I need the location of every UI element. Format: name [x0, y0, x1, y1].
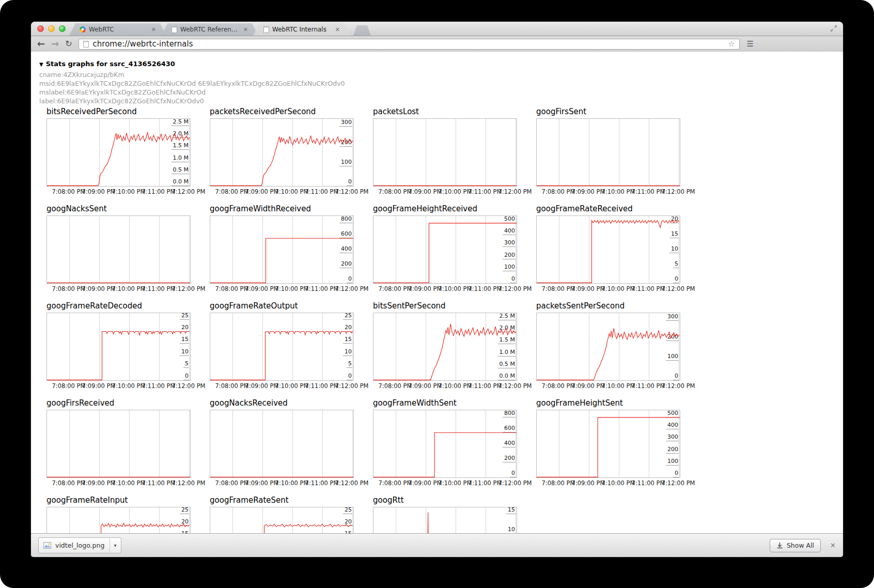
chart-line: [47, 313, 190, 380]
x-axis-tick-label: 7:12:00 PM: [494, 479, 536, 487]
show-all-button[interactable]: Show All: [770, 539, 821, 552]
chart-line: [47, 507, 190, 533]
chart-plot-area: 5004003002001000: [536, 410, 680, 478]
chart-title: packetsSentPerSecond: [536, 301, 679, 311]
chevron-down-icon[interactable]: ▾: [110, 543, 120, 548]
chart-plot-area: 2520151050: [46, 313, 191, 381]
x-axis-tick-label: 7:12:00 PM: [658, 479, 699, 487]
chart-card-googFrameRateDecoded: googFrameRateDecoded25201510507:08:00 PM…: [46, 301, 190, 390]
webrtc-logo-icon: [80, 26, 86, 33]
x-axis-labels: 7:08:00 PM7:09:00 PM7:10:00 PM7:11:00 PM…: [210, 285, 353, 292]
window-controls: [37, 25, 66, 32]
page-icon: [171, 26, 177, 33]
chart-title: googFrameRateOutput: [210, 301, 353, 311]
chart-card-bitsSentPerSecond: bitsSentPerSecond2.5 M2.0 M1.5 M1.0 M0.5…: [373, 301, 516, 390]
x-axis-labels: 7:08:00 PM7:09:00 PM7:10:00 PM7:11:00 PM…: [46, 382, 190, 390]
chart-plot-area: 2520151050: [210, 313, 354, 381]
x-axis-labels: 7:08:00 PM7:09:00 PM7:10:00 PM7:11:00 PM…: [536, 479, 679, 487]
chart-plot-area: 20151050: [536, 215, 680, 284]
titlebar: WebRTC ✕ WebRTC Reference App ✕ WebRTC I…: [31, 22, 843, 36]
x-axis-labels: 7:08:00 PM7:09:00 PM7:10:00 PM7:11:00 PM…: [373, 188, 516, 195]
chart-line: [537, 119, 680, 186]
chart-card-googFrameRateSent: googFrameRateSent25201510507:08:00 PM7:0…: [210, 496, 353, 533]
url-text[interactable]: chrome://webrtc-internals: [93, 39, 728, 49]
chart-plot-area: [210, 410, 354, 478]
chart-line: [537, 410, 680, 477]
chart-card-googFrameWidthReceived: googFrameWidthReceived80060040020007:08:…: [210, 204, 353, 292]
ssrc-metadata: cname:4ZXkrucxjuzp/bKm msid:6E9laEYkyxlk…: [31, 70, 843, 105]
chart-line: [210, 410, 353, 477]
tab-close-icon[interactable]: ✕: [243, 27, 248, 33]
chart-title: googNacksSent: [46, 204, 190, 214]
bookmark-star-icon[interactable]: ☆: [728, 40, 735, 48]
x-axis-labels: 7:08:00 PM7:09:00 PM7:10:00 PM7:11:00 PM…: [536, 188, 679, 195]
chart-card-googFirsReceived: googFirsReceived7:08:00 PM7:09:00 PM7:10…: [46, 398, 190, 487]
page-icon: [83, 41, 89, 48]
chart-card-packetsReceivedPerSecond: packetsReceivedPerSecond30020010007:08:0…: [210, 107, 353, 195]
chart-card-googFrameHeightSent: googFrameHeightSent50040030020010007:08:…: [536, 398, 679, 487]
stats-section-toggle[interactable]: ▼Stats graphs for ssrc_4136526430: [31, 52, 843, 69]
back-icon[interactable]: ←: [37, 39, 45, 49]
tab-webrtc[interactable]: WebRTC ✕: [69, 23, 166, 36]
image-file-icon: [43, 541, 52, 550]
chart-plot-area: [536, 118, 680, 187]
x-axis-tick-label: 7:12:00 PM: [168, 479, 209, 487]
download-filename: vidtel_logo.png: [55, 541, 104, 549]
chart-plot-area: 2.5 M2.0 M1.5 M1.0 M0.5 M0.0 M: [46, 118, 191, 187]
minimize-button[interactable]: [48, 25, 55, 32]
chart-line: [537, 216, 680, 283]
chart-line: [373, 119, 517, 186]
tab-webrtc-internals[interactable]: WebRTC Internals ✕: [253, 23, 350, 36]
tab-label: WebRTC Internals: [272, 26, 331, 33]
chart-card-googNacksSent: googNacksSent7:08:00 PM7:09:00 PM7:10:00…: [46, 204, 190, 292]
chart-line: [373, 216, 517, 283]
zoom-button[interactable]: [59, 25, 66, 32]
chart-card-packetsSentPerSecond: packetsSentPerSecond30020010007:08:00 PM…: [536, 301, 679, 390]
chart-title: googFrameRateReceived: [536, 204, 679, 214]
chart-plot-area: 151050: [373, 507, 517, 533]
chart-plot-area: [373, 118, 517, 187]
meta-cname: cname:4ZXkrucxjuzp/bKm: [39, 70, 843, 79]
download-arrow-icon: [776, 542, 783, 549]
chart-plot-area: 2520151050: [210, 507, 354, 533]
section-title: Stats graphs for ssrc_4136526430: [46, 60, 175, 68]
tab-webrtc-reference-app[interactable]: WebRTC Reference App ✕: [161, 23, 258, 36]
chart-title: googFrameHeightReceived: [373, 204, 516, 214]
tab-close-icon[interactable]: ✕: [151, 27, 156, 33]
x-axis-tick-label: 7:12:00 PM: [168, 188, 209, 195]
chart-line: [210, 119, 353, 186]
chart-line: [537, 313, 680, 380]
close-icon[interactable]: ✕: [830, 542, 836, 549]
browser-window: WebRTC ✕ WebRTC Reference App ✕ WebRTC I…: [31, 22, 843, 557]
meta-msid: msid:6E9laEYkyxlkTCxDgc82ZGoEhlCfxNuCKrO…: [39, 79, 843, 88]
chart-plot-area: 8006004002000: [210, 215, 354, 284]
menu-icon[interactable]: ☰: [747, 40, 754, 48]
download-item[interactable]: vidtel_logo.png ▾: [38, 537, 121, 553]
x-axis-tick-label: 7:12:00 PM: [331, 285, 372, 292]
tab-label: WebRTC Reference App: [180, 26, 239, 33]
chart-title: googFrameRateSent: [210, 496, 353, 505]
show-all-label: Show All: [787, 541, 814, 549]
stats-charts-grid: bitsReceivedPerSecond2.5 M2.0 M1.5 M1.0 …: [31, 107, 843, 533]
chart-card-googRtt: googRtt1510507:08:00 PM7:09:00 PM7:10:00…: [373, 496, 516, 533]
fullscreen-expand-icon[interactable]: [830, 24, 838, 33]
download-shelf: vidtel_logo.png ▾ Show All ✕: [31, 533, 843, 557]
reload-icon[interactable]: ↻: [65, 39, 72, 49]
x-axis-tick-label: 7:12:00 PM: [494, 285, 536, 292]
chart-line: [210, 216, 353, 283]
chart-plot-area: 3002001000: [536, 313, 680, 381]
omnibox[interactable]: chrome://webrtc-internals ☆: [79, 39, 740, 50]
close-button[interactable]: [37, 25, 44, 32]
tab-close-icon[interactable]: ✕: [335, 27, 340, 33]
tab-label: WebRTC: [89, 26, 147, 33]
x-axis-tick-label: 7:12:00 PM: [331, 479, 372, 487]
chart-card-googFrameWidthSent: googFrameWidthSent80060040020007:08:00 P…: [373, 398, 516, 487]
forward-icon[interactable]: →: [51, 39, 59, 49]
x-axis-tick-label: 7:12:00 PM: [331, 382, 372, 390]
chart-title: googFrameRateDecoded: [46, 301, 190, 311]
x-axis-tick-label: 7:12:00 PM: [658, 382, 699, 390]
x-axis-labels: 7:08:00 PM7:09:00 PM7:10:00 PM7:11:00 PM…: [373, 479, 516, 487]
x-axis-labels: 7:08:00 PM7:09:00 PM7:10:00 PM7:11:00 PM…: [373, 285, 516, 292]
new-tab-button[interactable]: [353, 25, 371, 36]
x-axis-labels: 7:08:00 PM7:09:00 PM7:10:00 PM7:11:00 PM…: [46, 188, 190, 195]
